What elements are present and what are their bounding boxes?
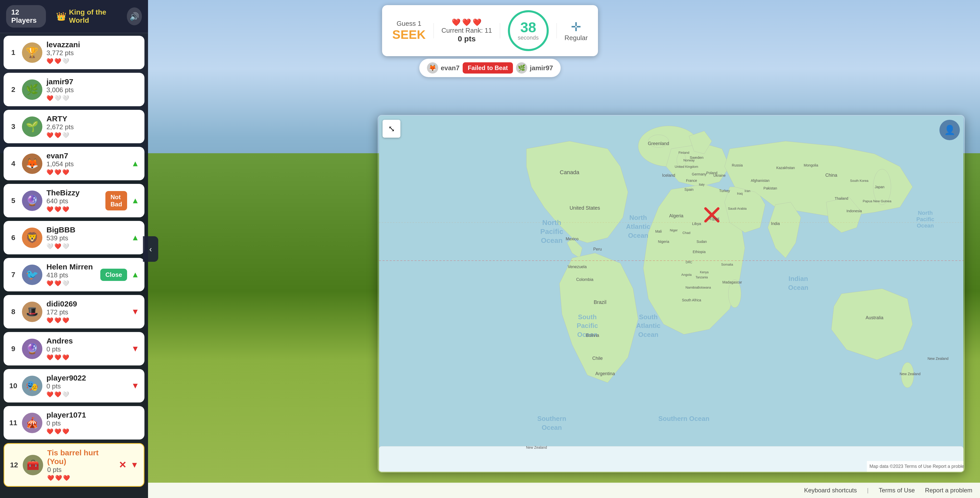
player-name: levazzani bbox=[46, 40, 139, 49]
svg-text:Thailand: Thailand bbox=[835, 196, 848, 201]
player-rank: 7 bbox=[9, 271, 18, 279]
player-item: 4 🦊 evan7 1,054 pts ❤️ ❤️ ❤️ ▲ bbox=[3, 147, 145, 180]
player-list: 1 🏆 levazzani 3,772 pts ❤️ ❤️ 🤍 2 🌿 jami… bbox=[0, 33, 148, 498]
svg-text:Ethiopia: Ethiopia bbox=[693, 250, 706, 254]
divider bbox=[433, 23, 434, 38]
heart-icon: ❤️ bbox=[46, 169, 53, 176]
svg-text:Italy: Italy bbox=[699, 183, 705, 187]
notif-avatar2: 🌿 bbox=[516, 62, 527, 73]
player-hearts: ❤️ ❤️ ❤️ bbox=[46, 354, 127, 361]
map-user-button[interactable]: 👤 bbox=[939, 120, 960, 140]
avatar: 🌱 bbox=[22, 117, 42, 137]
seek-label: SEEK bbox=[392, 27, 426, 42]
svg-text:Kenya: Kenya bbox=[700, 270, 709, 274]
trend-up-icon: ▲ bbox=[131, 233, 139, 243]
svg-text:New Zealand: New Zealand bbox=[928, 356, 948, 361]
expand-icon: ⤡ bbox=[388, 124, 395, 134]
svg-text:Egypt: Egypt bbox=[710, 216, 719, 221]
svg-text:Norway: Norway bbox=[683, 158, 695, 162]
player-info: jamir97 3,006 pts ❤️ 🤍 🤍 bbox=[46, 77, 139, 102]
svg-text:Southern: Southern bbox=[537, 415, 566, 422]
terms-link[interactable]: Terms of Use bbox=[879, 487, 915, 494]
map-container[interactable]: North Pacific Ocean North Atlantic Ocean… bbox=[378, 115, 965, 472]
avatar: 🧰 bbox=[23, 455, 43, 475]
notif-tag: Failed to Beat bbox=[463, 62, 513, 73]
player-hearts: ❤️ ❤️ 🤍 bbox=[46, 391, 127, 398]
timer-value: 38 bbox=[520, 20, 536, 35]
report-link[interactable]: Report a problem bbox=[925, 487, 972, 494]
player-rank: 9 bbox=[9, 345, 18, 353]
player-rank: 5 bbox=[9, 196, 18, 205]
svg-text:France: France bbox=[686, 179, 697, 183]
svg-text:Ocean: Ocean bbox=[628, 232, 648, 239]
svg-text:North: North bbox=[629, 214, 647, 221]
svg-text:South Africa: South Africa bbox=[682, 298, 701, 302]
x-mark-icon: ✕ bbox=[119, 460, 126, 471]
notif-avatar1: 🦊 bbox=[427, 62, 438, 73]
svg-text:Iran: Iran bbox=[745, 189, 750, 193]
hud-heart-icon: ❤️ bbox=[452, 18, 461, 27]
world-map[interactable]: North Pacific Ocean North Atlantic Ocean… bbox=[379, 116, 964, 472]
svg-text:Colombia: Colombia bbox=[576, 277, 593, 282]
svg-text:Ocean: Ocean bbox=[917, 222, 934, 229]
player-name: player9022 bbox=[46, 374, 127, 382]
svg-text:Tanzania: Tanzania bbox=[696, 276, 708, 279]
top-hud: Guess 1 SEEK ❤️ ❤️ ❤️ Current Rank: 11 0… bbox=[382, 5, 598, 56]
svg-text:India: India bbox=[771, 222, 780, 226]
svg-text:North: North bbox=[542, 219, 561, 227]
svg-text:North: North bbox=[918, 210, 933, 216]
audio-button[interactable]: 🔊 bbox=[127, 7, 142, 25]
player-rank: 3 bbox=[9, 123, 18, 131]
heart-icon: 🤍 bbox=[62, 243, 69, 250]
svg-text:United States: United States bbox=[570, 205, 600, 211]
guess-label: Guess 1 bbox=[392, 20, 426, 27]
heart-icon: 🤍 bbox=[62, 132, 69, 139]
player-pts: 539 pts bbox=[46, 234, 127, 242]
heart-icon: ❤️ bbox=[46, 391, 53, 398]
heart-icon: 🤍 bbox=[62, 58, 69, 65]
player-pts: 3,772 pts bbox=[46, 49, 139, 57]
heart-icon: 🤍 bbox=[62, 391, 69, 398]
player-name: jamir97 bbox=[46, 77, 139, 86]
map-expand-button[interactable]: ⤡ bbox=[383, 120, 401, 138]
player-pts: 3,006 pts bbox=[46, 86, 139, 94]
svg-text:Ocean: Ocean bbox=[542, 424, 562, 431]
player-name: Tis barrel hurt (You) bbox=[47, 449, 115, 466]
svg-text:Canada: Canada bbox=[560, 169, 579, 176]
player-pts: 1,054 pts bbox=[46, 160, 127, 168]
keyboard-shortcuts-link[interactable]: Keyboard shortcuts bbox=[804, 487, 857, 494]
trend-down-icon: ▼ bbox=[131, 381, 139, 391]
avatar: 🎪 bbox=[22, 413, 42, 433]
svg-text:Mongolia: Mongolia bbox=[803, 163, 818, 167]
heart-icon: ❤️ bbox=[54, 280, 61, 287]
svg-text:Australia: Australia bbox=[865, 315, 883, 320]
notif-player2: 🌿 jamir97 bbox=[516, 62, 553, 73]
svg-text:Libya: Libya bbox=[692, 222, 701, 226]
sidebar-collapse-button[interactable]: ‹ bbox=[143, 236, 158, 262]
svg-text:Argentina: Argentina bbox=[595, 371, 615, 376]
svg-text:Peru: Peru bbox=[593, 247, 602, 251]
player-pts: 418 pts bbox=[46, 271, 96, 279]
heart-icon: ❤️ bbox=[62, 317, 69, 324]
king-mode-tab[interactable]: 👑 King of the World bbox=[51, 5, 122, 27]
divider bbox=[500, 23, 500, 38]
player-rank: 12 bbox=[10, 461, 19, 469]
svg-text:China: China bbox=[825, 172, 837, 178]
heart-icon: ❤️ bbox=[54, 243, 61, 250]
svg-text:Nigeria: Nigeria bbox=[658, 239, 669, 244]
svg-text:DRC: DRC bbox=[686, 260, 692, 264]
heart-icon: ❤️ bbox=[54, 354, 61, 361]
svg-text:New Zealand: New Zealand bbox=[900, 372, 921, 376]
heart-icon: ❤️ bbox=[54, 169, 61, 176]
svg-text:Ocean: Ocean bbox=[541, 236, 563, 244]
svg-text:Spain: Spain bbox=[684, 187, 694, 192]
svg-text:United Kingdom: United Kingdom bbox=[675, 165, 698, 169]
mode-section: ✛ Regular bbox=[565, 20, 588, 42]
players-tab[interactable]: 12 Players bbox=[6, 5, 46, 27]
player-hearts: ❤️ ❤️ ❤️ bbox=[46, 428, 139, 435]
heart-icon: 🤍 bbox=[54, 95, 61, 102]
svg-text:Algeria: Algeria bbox=[669, 213, 683, 219]
player-info: TheBizzy 640 pts ❤️ ❤️ ❤️ bbox=[46, 188, 101, 213]
player-rank: 2 bbox=[9, 86, 18, 94]
avatar: 🦁 bbox=[22, 228, 42, 248]
